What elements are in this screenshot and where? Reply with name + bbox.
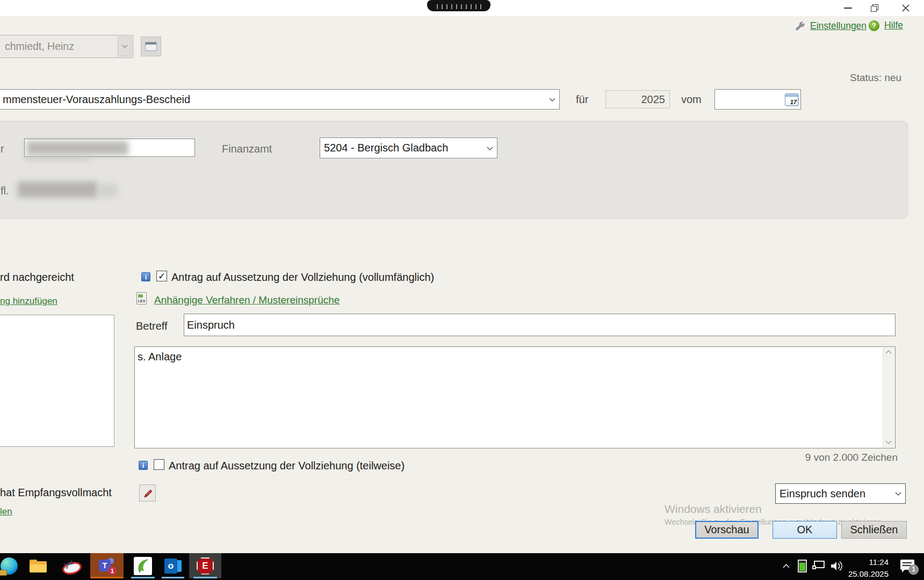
settings-link[interactable]: Einstellungen [795,20,867,32]
bescheid-type-select[interactable]: mmensteuer-Vorauszahlungs-Bescheid [0,89,560,110]
aussetzung-teil-checkbox[interactable] [154,459,164,470]
ethernet-icon [812,561,826,571]
stop-sign-e-icon: E [197,557,214,575]
close-button[interactable] [897,1,915,16]
tray-date: 25.08.2025 [847,568,889,580]
titlebar [0,0,924,16]
open-indicator [131,577,155,578]
send-mode-value: Einspruch senden [779,484,865,503]
message-textarea[interactable]: s. Anlage [134,346,896,448]
vom-label: vom [681,93,702,106]
chevron-down-icon [549,95,555,104]
taskbar-snipping-button[interactable]: ✂ [58,553,84,578]
client-card-icon [145,42,157,51]
settings-label: Einstellungen [810,20,867,32]
taskbar-blocker-button[interactable]: E [189,553,221,578]
snipping-tool-icon: ✂ [61,558,81,574]
client-name: chmiedt, Heinz [5,35,74,57]
taskbar-teams-button[interactable]: T 1 [90,553,124,578]
info-icon[interactable]: i [141,272,150,281]
tray-expand-button[interactable] [779,553,793,578]
chevron-down-icon [487,143,493,153]
taskbar: ✂ T 1 o E [0,553,924,580]
chevron-up-icon [783,564,790,568]
help-label: Hilfe [884,20,903,31]
empfangsvollmacht-label-cut: hat Empfangsvollmacht [0,487,112,499]
calendar-icon: 17 [785,93,798,106]
tax-data-panel: r Finanzamt 5204 - Bergisch Gladbach fl. [0,121,908,219]
betreff-input[interactable]: Einspruch [184,314,896,336]
notification-center-button[interactable]: 1 [896,553,920,578]
finanzamt-value: 5204 - Bergisch Gladbach [324,138,448,158]
bescheid-type-value: mmensteuer-Vorauszahlungs-Bescheid [3,90,190,109]
date-input[interactable]: 17 [714,89,801,110]
taskbar-explorer-button[interactable] [26,553,50,578]
attachment-list[interactable] [0,315,114,447]
teams-icon: T 1 [99,558,115,574]
taskbar-phone-button[interactable] [128,553,158,578]
client-select[interactable]: chmiedt, Heinz [0,35,133,58]
scrollbar[interactable] [883,347,894,447]
green-status-icon [798,560,807,572]
aussetzung-voll-checkbox[interactable]: ✓ [156,271,167,281]
calendar-button[interactable]: 17 [784,93,799,106]
client-card-button[interactable] [141,37,161,56]
steuernummer-input[interactable] [24,139,195,157]
minimize-button[interactable] [839,1,857,16]
aussetzung-voll-label: Antrag auf Aussetzung der Vollziehung (v… [171,271,434,284]
close-icon [902,4,909,12]
schliessen-button[interactable]: Schließen [841,521,907,539]
scroll-down-icon[interactable] [885,440,892,445]
pen-icon [142,488,153,498]
lex-document-icon: LEX [136,292,147,305]
speaker-icon [830,561,843,571]
hinzufuegen-link-cut[interactable]: ng hinzufügen [0,296,57,307]
redacted-value [26,141,128,155]
aussetzung-teil-label: Antrag auf Aussetzung der Vollziehung (t… [169,460,405,472]
vorschau-button[interactable]: Vorschau [695,521,759,539]
tray-volume-button[interactable] [828,553,844,578]
char-counter: 9 von 2.000 Zeichen [805,452,898,463]
camera-notch [427,0,490,11]
redacted-smudge [25,155,90,161]
chevron-down-icon [895,489,901,498]
edge-browser-icon [1,557,18,575]
outlook-icon: o [164,559,182,574]
tray-app-button[interactable] [795,553,809,578]
tray-time: 11:24 [847,556,889,568]
wrench-icon [795,21,805,32]
help-icon: ? [869,20,879,31]
app-window: Einstellungen ? Hilfe chmiedt, Heinz Sta… [0,0,924,580]
open-indicator [193,577,217,578]
taskbar-outlook-button[interactable]: o [159,553,187,578]
chevron-down-icon [118,37,132,56]
file-explorer-icon [30,560,47,572]
ok-button[interactable]: OK [773,521,837,539]
send-mode-select[interactable]: Einspruch senden [775,483,906,504]
scroll-up-icon[interactable] [885,350,892,354]
phone-app-icon [134,557,152,575]
restore-icon [871,4,878,12]
help-link[interactable]: ? Hilfe [869,20,903,31]
status-text: Status: neu [850,72,901,84]
finanzamt-select[interactable]: 5204 - Bergisch Gladbach [320,137,497,158]
redacted-value [98,184,118,198]
year-input[interactable]: 2025 [605,90,670,108]
info-icon[interactable]: i [139,461,148,470]
notification-badge: 1 [908,564,919,575]
windows-watermark-line1: Windows aktivieren [665,503,762,516]
verfahren-link[interactable]: Anhängige Verfahren / Mustereinsprüche [154,294,340,306]
redacted-value [18,182,97,198]
nachgereicht-label-cut: rd nachgereicht [0,271,74,284]
edit-pen-button[interactable] [139,484,156,502]
tray-clock[interactable]: 11:24 25.08.2025 [847,553,889,580]
tray-network-button[interactable] [811,553,827,578]
taskbar-edge-button[interactable] [0,553,21,578]
teams-badge: 1 [108,567,117,575]
restore-button[interactable] [865,1,884,16]
message-text: s. Anlage [138,351,182,363]
notification-icon: 1 [900,560,915,572]
open-indicator [162,577,184,578]
fuer-label: für [576,93,588,106]
footer-link-cut[interactable]: len [0,506,12,517]
